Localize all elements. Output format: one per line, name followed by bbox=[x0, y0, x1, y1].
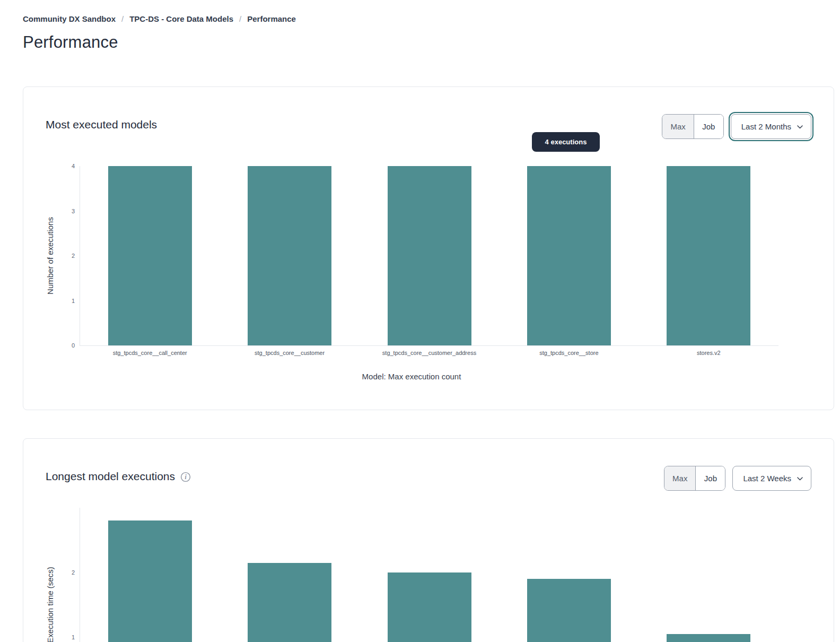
toggle-job-button[interactable]: Job bbox=[695, 466, 725, 490]
breadcrumb-item-sandbox[interactable]: Community DX Sandbox bbox=[23, 14, 116, 23]
breadcrumb-separator: / bbox=[239, 14, 241, 23]
card-title: Most executed models bbox=[46, 118, 157, 131]
card-most-executed-models: Most executed models Max Job Last 2 Mont… bbox=[23, 86, 834, 410]
chevron-down-icon bbox=[797, 477, 803, 481]
y-tick-label: 2 bbox=[54, 253, 75, 259]
y-tick-label: 3 bbox=[54, 208, 75, 214]
y-axis-label: Number of executions bbox=[46, 217, 55, 294]
executions-bar-chart: 01234stg_tpcds_core__call_centerstg_tpcd… bbox=[80, 166, 778, 346]
time-range-value: Last 2 Weeks bbox=[743, 474, 791, 483]
bar-exec-time-0[interactable] bbox=[108, 520, 192, 642]
x-axis-title: Model: Max execution count bbox=[362, 372, 461, 381]
x-tick-label: stores.v2 bbox=[634, 350, 783, 356]
info-circle-icon[interactable]: i bbox=[180, 472, 191, 482]
x-tick-label: stg_tpcds_core__customer_address bbox=[355, 350, 504, 356]
bar-executions-3[interactable] bbox=[527, 166, 611, 345]
bar-executions-1[interactable] bbox=[248, 166, 331, 345]
bar-executions-4[interactable] bbox=[667, 166, 750, 345]
time-range-value: Last 2 Months bbox=[741, 122, 791, 131]
bar-exec-time-3[interactable] bbox=[527, 579, 611, 642]
card-title: Longest model executions i bbox=[46, 470, 191, 483]
execution-time-bar-chart: 12 bbox=[80, 508, 778, 642]
breadcrumb-item-project[interactable]: TPC-DS - Core Data Models bbox=[129, 14, 233, 23]
y-tick-label: 1 bbox=[54, 634, 75, 640]
chart-controls: Max Job Last 2 Months bbox=[662, 114, 811, 139]
breadcrumb-item-current: Performance bbox=[247, 14, 296, 23]
breadcrumb-separator: / bbox=[121, 14, 124, 23]
y-tick-label: 4 bbox=[54, 163, 75, 169]
toggle-max-button[interactable]: Max bbox=[662, 115, 693, 138]
toggle-job-button[interactable]: Job bbox=[694, 115, 723, 138]
chevron-down-icon bbox=[797, 125, 803, 129]
max-job-toggle: Max Job bbox=[664, 466, 725, 491]
time-range-dropdown[interactable]: Last 2 Months bbox=[731, 114, 811, 139]
y-tick-label: 0 bbox=[54, 342, 75, 349]
x-tick-label: stg_tpcds_core__store bbox=[495, 350, 643, 356]
breadcrumb: Community DX Sandbox / TPC-DS - Core Dat… bbox=[23, 14, 296, 23]
svg-text:i: i bbox=[185, 474, 187, 481]
bar-exec-time-2[interactable] bbox=[388, 572, 471, 642]
x-tick-label: stg_tpcds_core__call_center bbox=[76, 350, 224, 356]
max-job-toggle: Max Job bbox=[662, 114, 723, 139]
time-range-dropdown[interactable]: Last 2 Weeks bbox=[732, 466, 811, 491]
y-tick-label: 1 bbox=[54, 298, 75, 304]
y-axis-label: Execution time (secs) bbox=[46, 567, 55, 642]
bar-executions-2[interactable] bbox=[388, 166, 471, 345]
card-longest-model-executions: Longest model executions i Max Job Last … bbox=[23, 438, 834, 642]
chart-controls: Max Job Last 2 Weeks bbox=[664, 466, 811, 491]
bar-exec-time-4[interactable] bbox=[667, 634, 750, 642]
card-title-text: Longest model executions bbox=[46, 470, 175, 483]
page-title: Performance bbox=[23, 33, 118, 52]
card-title-text: Most executed models bbox=[46, 118, 157, 131]
y-tick-label: 2 bbox=[54, 569, 75, 576]
x-tick-label: stg_tpcds_core__customer bbox=[215, 350, 364, 356]
toggle-max-button[interactable]: Max bbox=[664, 466, 695, 490]
bar-executions-0[interactable] bbox=[108, 166, 192, 345]
bar-exec-time-1[interactable] bbox=[248, 563, 331, 642]
chart-tooltip: 4 executions bbox=[532, 132, 600, 152]
